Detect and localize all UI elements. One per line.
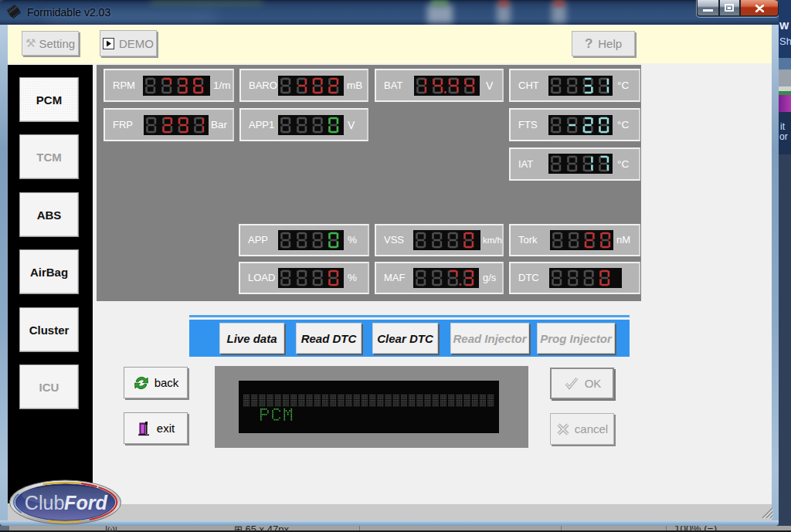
svg-text:Ford: Ford <box>64 492 107 513</box>
svg-text:Club: Club <box>25 492 65 513</box>
